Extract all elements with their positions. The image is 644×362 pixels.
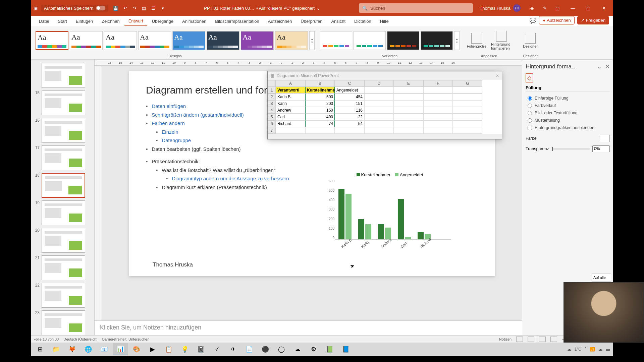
comments-icon[interactable]: 💬 — [530, 17, 536, 24]
weather-icon[interactable]: ☁ — [567, 347, 571, 352]
sorter-view-icon[interactable] — [528, 337, 534, 342]
theme-option[interactable]: Aa — [70, 31, 103, 50]
minimize-button[interactable]: — — [566, 3, 580, 13]
slide-thumb[interactable] — [31, 62, 94, 89]
slide-size-button[interactable]: Foliengröße — [465, 32, 488, 50]
settings-icon[interactable]: ⚙ — [306, 343, 321, 355]
tab-dictation[interactable]: Dictation — [350, 17, 375, 26]
hide-bg-graphics-checkbox[interactable]: Hintergrundgrafiken ausblenden — [526, 124, 610, 131]
fill-option-radio[interactable]: Farbverlauf — [526, 102, 610, 109]
search-box[interactable]: 🔍 Suchen — [359, 3, 473, 13]
theme-option[interactable]: Aa — [275, 31, 308, 50]
account-button[interactable]: Thomas Hruska TH — [480, 4, 521, 12]
touch-icon[interactable]: ☰ — [151, 5, 156, 11]
app-icon[interactable]: ◯ — [274, 343, 289, 355]
slide-thumb[interactable]: 20 — [31, 227, 94, 254]
app-icon[interactable]: 💡 — [177, 343, 193, 355]
start-button[interactable]: ⊞ — [32, 343, 48, 355]
chart[interactable]: KursteilnehmerAngemeldet 600500400300200… — [324, 172, 451, 256]
theme-option[interactable]: Aa — [104, 31, 137, 50]
firefox-icon[interactable]: 🦊 — [64, 343, 80, 355]
variant-option[interactable] — [421, 31, 453, 50]
theme-option[interactable]: Aa — [172, 31, 205, 50]
sheet-close-icon[interactable]: ✕ — [496, 73, 499, 78]
fill-tab-icon[interactable]: ◇ — [526, 73, 533, 82]
excel-icon[interactable]: 📗 — [322, 343, 337, 355]
variant-option[interactable] — [387, 31, 419, 50]
theme-option[interactable]: Aa — [241, 31, 274, 50]
obs-icon[interactable]: ⚫ — [258, 343, 273, 355]
fill-option-radio[interactable]: Musterfüllung — [526, 117, 610, 124]
outlook-icon[interactable]: 📧 — [97, 343, 112, 355]
explorer-icon[interactable]: 📁 — [48, 343, 64, 355]
slide-thumb[interactable]: 18 — [31, 172, 94, 199]
slideshow-view-icon[interactable] — [550, 337, 557, 342]
cloud-icon[interactable]: ☁ — [598, 347, 602, 352]
tab-hilfe[interactable]: Hilfe — [376, 17, 393, 26]
telegram-icon[interactable]: ✈ — [225, 343, 241, 355]
accessibility-button[interactable]: Barrierefreiheit: Untersuchen — [102, 337, 150, 341]
app-icon[interactable]: 📄 — [241, 343, 257, 355]
designer-button[interactable]: Designer — [519, 32, 542, 50]
variants-more-button[interactable]: ▴▾ — [454, 31, 460, 50]
app-icon[interactable]: 🎨 — [129, 343, 144, 355]
notes-pane[interactable]: Klicken Sie, um Notizen hinzuzufügen — [95, 320, 522, 335]
language-button[interactable]: Deutsch (Österreich) — [63, 337, 97, 341]
qat-more-icon[interactable]: ▾ — [160, 5, 165, 11]
record-button[interactable]: ● Aufzeichnen — [539, 16, 574, 24]
variant-option[interactable] — [320, 31, 352, 50]
maximize-button[interactable]: ▢ — [581, 3, 596, 13]
tab-ansicht[interactable]: Ansicht — [327, 17, 350, 26]
reading-view-icon[interactable] — [539, 337, 546, 342]
pen-icon[interactable]: ✎ — [542, 5, 547, 11]
theme-option[interactable]: Aa — [36, 31, 68, 50]
tab-start[interactable]: Start — [54, 17, 71, 26]
slide-thumb[interactable]: 21 — [31, 254, 94, 282]
format-background-button[interactable]: Hintergrund formatieren — [490, 29, 513, 52]
slide-canvas[interactable]: Diagramm erstellen und formatieren Daten… — [102, 66, 522, 320]
color-picker-button[interactable] — [600, 135, 610, 142]
transparency-slider[interactable] — [552, 148, 590, 149]
slide-thumb[interactable]: 15 — [31, 89, 94, 117]
tab-zeichnen[interactable]: Zeichnen — [98, 17, 123, 26]
tab-bildschirmpräsentation[interactable]: Bildschirmpräsentation — [211, 17, 263, 26]
apply-all-button[interactable]: Auf alle — [592, 274, 611, 282]
slide[interactable]: Diagramm erstellen und formatieren Daten… — [129, 71, 495, 276]
title-dropdown-icon[interactable]: ⌄ — [317, 6, 320, 11]
slide-thumb[interactable]: 22 — [31, 282, 94, 309]
slideshow-icon[interactable]: ▤ — [141, 5, 147, 11]
window-icon[interactable]: ▢ — [555, 5, 560, 11]
app-icon[interactable]: ✓ — [209, 343, 225, 355]
autosave-toggle[interactable]: Automatisches Speichern — [41, 5, 108, 12]
theme-option[interactable]: Aa — [207, 31, 239, 50]
fill-option-radio[interactable]: Bild- oder Texturfüllung — [526, 109, 610, 117]
tab-überprüfen[interactable]: Überprüfen — [297, 17, 326, 26]
powerpoint-icon[interactable]: 📊 — [113, 343, 128, 355]
normal-view-icon[interactable] — [516, 337, 523, 342]
tab-datei[interactable]: Datei — [35, 17, 53, 26]
variant-option[interactable] — [354, 31, 386, 50]
tab-animationen[interactable]: Animationen — [178, 17, 210, 26]
share-button[interactable]: ↗ Freigeben — [577, 16, 609, 24]
theme-option[interactable]: Aa — [138, 31, 171, 50]
slide-counter[interactable]: Folie 18 von 33 — [34, 337, 59, 341]
slide-thumbnails[interactable]: 15161718192021222324 — [31, 60, 95, 335]
notes-toggle[interactable]: Notizen — [499, 337, 512, 341]
onenote-icon[interactable]: 📓 — [193, 343, 209, 355]
slide-thumb[interactable]: 16 — [31, 117, 94, 144]
app-icon[interactable]: ☁ — [290, 343, 305, 355]
system-tray[interactable]: ☁1°C ˄ 📶 ☁ ▬ — [567, 347, 610, 352]
battery-icon[interactable]: ▬ — [606, 347, 610, 352]
chrome-icon[interactable]: 🌐 — [80, 343, 96, 355]
tab-übergänge[interactable]: Übergänge — [148, 17, 177, 26]
app-icon[interactable]: 📋 — [161, 343, 176, 355]
undo-icon[interactable]: ↶ — [122, 5, 128, 11]
fill-option-radio[interactable]: Einfarbige Füllung — [526, 95, 610, 102]
vlc-icon[interactable]: ▶ — [145, 343, 160, 355]
redo-icon[interactable]: ↷ — [132, 5, 137, 11]
taskbar[interactable]: ⊞ 📁 🦊 🌐 📧 📊 🎨 ▶ 📋 💡 📓 ✓ ✈ 📄 ⚫ ◯ ☁ ⚙ 📗 📘 … — [31, 343, 613, 356]
slide-thumb[interactable]: 17 — [31, 144, 94, 172]
close-button[interactable]: ✕ — [596, 3, 611, 13]
themes-more-button[interactable]: ▴▾ — [309, 31, 315, 50]
pane-dropdown-icon[interactable]: ⌄ — [597, 63, 602, 70]
